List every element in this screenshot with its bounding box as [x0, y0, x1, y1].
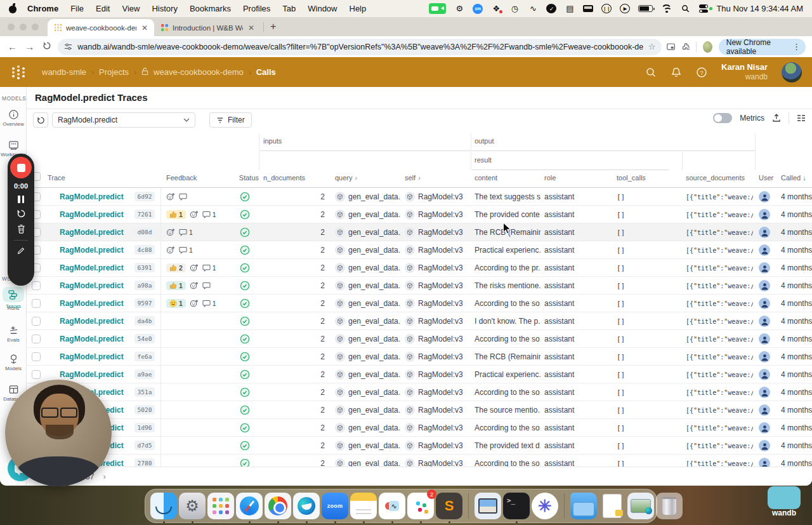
self-ref-chip[interactable]: RagModel:v3	[405, 295, 471, 312]
self-ref-chip[interactable]: RagModel:v3	[405, 223, 471, 241]
table-row[interactable]: RagModel.predict6391212gen_eval_data...R…	[27, 259, 812, 277]
table-row[interactable]: RagModel.predict54e02gen_eval_data...Rag…	[27, 330, 812, 348]
dock-item-terminal[interactable]: >_	[503, 493, 530, 519]
trace-link[interactable]: RagModel.predict	[60, 188, 124, 206]
dock-item-notes[interactable]	[350, 493, 377, 519]
add-reaction-icon[interactable]	[190, 281, 199, 290]
sidebar-item-overview[interactable]: Overview	[0, 109, 27, 127]
user-avatar[interactable]	[759, 351, 770, 362]
tab-close-icon[interactable]: ✕	[140, 23, 149, 32]
comment-icon[interactable]	[202, 282, 213, 289]
dock-item-zoom[interactable]: zoom	[322, 493, 348, 519]
dock-item-documents-stack[interactable]	[599, 493, 625, 519]
query-ref-chip[interactable]: gen_eval_data...	[335, 259, 401, 277]
expand-column-icon[interactable]: ›	[418, 174, 421, 182]
column-header-query[interactable]: query›	[335, 174, 357, 182]
user-avatar[interactable]	[759, 333, 770, 345]
user-avatar[interactable]	[759, 280, 770, 291]
table-row[interactable]: RagModel.predictfe6a2gen_eval_data...Rag…	[27, 348, 812, 366]
forward-button[interactable]: →	[23, 41, 36, 52]
column-header-trace[interactable]: Trace	[48, 174, 65, 182]
dock-item-trash[interactable]	[656, 493, 683, 519]
query-ref-chip[interactable]: gen_eval_data...	[335, 455, 401, 467]
comment-icon[interactable]	[179, 193, 189, 201]
query-ref-chip[interactable]: gen_eval_data...	[335, 437, 401, 455]
self-ref-chip[interactable]: RagModel:v3	[405, 330, 471, 348]
column-header-status[interactable]: Status	[236, 174, 259, 182]
table-row[interactable]: RagModel.predict9597112gen_eval_data...R…	[27, 295, 812, 312]
clock-lock-icon[interactable]: ◷	[509, 3, 520, 14]
self-ref-chip[interactable]: RagModel:v3	[405, 348, 471, 366]
tab-close-icon[interactable]: ✕	[247, 23, 256, 32]
column-header-source-documents[interactable]: source_documents	[686, 174, 745, 182]
screen-recording-camera-icon[interactable]	[429, 3, 446, 14]
row-checkbox[interactable]	[32, 317, 41, 326]
user-avatar[interactable]	[759, 440, 770, 451]
user-avatar[interactable]	[782, 62, 802, 83]
sidebar-item-evals[interactable]: Evals	[0, 325, 27, 343]
add-reaction-icon[interactable]	[166, 246, 175, 255]
user-avatar[interactable]	[759, 316, 770, 327]
query-ref-chip[interactable]: gen_eval_data...	[335, 312, 401, 330]
menubar-clock[interactable]: Thu Nov 14 9:34:44 AM	[716, 4, 803, 13]
table-row[interactable]: RagModel.predict6d922gen_eval_data...Rag…	[27, 188, 812, 206]
profile-avatar[interactable]	[703, 41, 712, 53]
dock-item-whiteboard[interactable]: ∿	[379, 493, 405, 519]
self-ref-chip[interactable]: RagModel:v3	[405, 259, 471, 277]
breadcrumb-calls[interactable]: Calls	[256, 67, 276, 77]
self-ref-chip[interactable]: RagModel:v3	[405, 277, 471, 295]
query-ref-chip[interactable]: gen_eval_data...	[335, 295, 401, 312]
help-icon[interactable]: ?	[696, 67, 707, 78]
add-reaction-icon[interactable]	[190, 210, 199, 219]
table-row[interactable]: RagModel.predicta9ae2gen_eval_data...Rag…	[27, 366, 812, 383]
self-ref-chip[interactable]: RagModel:v3	[405, 366, 471, 383]
browser-menu-icon[interactable]: ⋮	[791, 42, 802, 51]
dock-item-slack[interactable]: 2	[407, 493, 434, 519]
user-avatar[interactable]	[759, 191, 770, 203]
reload-button[interactable]	[41, 41, 53, 52]
comment-icon[interactable]: 1	[202, 300, 216, 307]
table-row[interactable]: RagModel.predict4c8812gen_eval_data...Ra…	[27, 241, 812, 259]
self-ref-chip[interactable]: RagModel:v3	[405, 312, 471, 330]
dock-item-edge[interactable]	[293, 493, 320, 519]
breadcrumb-wandb-smle[interactable]: wandb-smle	[42, 67, 86, 77]
menu-history[interactable]: History	[152, 4, 177, 13]
self-ref-chip[interactable]: RagModel:v3	[405, 455, 471, 467]
table-row[interactable]: RagModel.predict1d962gen_eval_data...Rag…	[27, 419, 812, 437]
back-button[interactable]: ←	[6, 41, 18, 52]
notifications-bell-icon[interactable]	[671, 67, 682, 78]
user-avatar[interactable]	[759, 244, 770, 256]
extensions-icon[interactable]	[682, 42, 690, 51]
play-circle-icon[interactable]: ▶	[620, 4, 630, 13]
column-header-feedback[interactable]: Feedback	[166, 174, 197, 182]
column-header-called[interactable]: Called ↓	[781, 174, 806, 182]
row-checkbox[interactable]	[32, 281, 41, 290]
menu-view[interactable]: View	[122, 4, 140, 13]
query-ref-chip[interactable]: gen_eval_data...	[335, 241, 401, 259]
new-tab-button[interactable]: +	[270, 21, 276, 32]
column-header-tool-calls[interactable]: tool_calls	[617, 174, 646, 182]
trace-link[interactable]: RagModel.predict	[60, 348, 124, 366]
trace-link[interactable]: RagModel.predict	[60, 206, 124, 223]
self-ref-chip[interactable]: RagModel:v3	[405, 206, 471, 223]
comment-icon[interactable]: 1	[202, 211, 216, 218]
breadcrumb-projects[interactable]: Projects	[99, 67, 129, 77]
draw-tool-button[interactable]	[16, 246, 25, 255]
zoom-app-icon[interactable]: zm	[473, 4, 483, 14]
picture-in-picture-icon[interactable]	[667, 43, 675, 51]
user-avatar[interactable]	[759, 458, 770, 467]
battery-icon[interactable]	[638, 5, 653, 12]
export-icon[interactable]	[772, 114, 781, 123]
keyboard-icon[interactable]: ▤	[565, 3, 575, 14]
menu-help[interactable]: Help	[350, 4, 367, 13]
expand-column-icon[interactable]: ›	[355, 174, 358, 182]
breadcrumb-weave-cookboook-demo[interactable]: weave-cookboook-demo	[154, 67, 244, 77]
next-page-icon[interactable]: ›	[103, 472, 105, 481]
window-controls[interactable]	[8, 23, 39, 30]
address-bar[interactable]: wandb.ai/wandb-smle/weave-cookboook-demo…	[58, 39, 662, 55]
add-reaction-icon[interactable]	[190, 263, 199, 272]
query-ref-chip[interactable]: gen_eval_data...	[335, 206, 401, 223]
stop-recording-button[interactable]	[10, 157, 32, 178]
control-center-icon[interactable]	[698, 3, 709, 14]
self-ref-chip[interactable]: RagModel:v3	[405, 383, 471, 401]
